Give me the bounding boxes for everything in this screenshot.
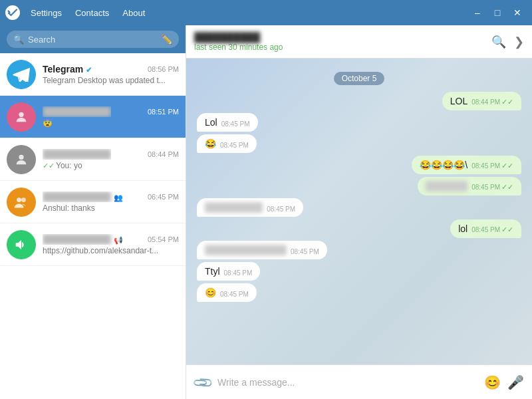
chat-preview: 😨 xyxy=(43,118,179,128)
avatar xyxy=(7,102,36,132)
chat-item-header: Telegram ✔ 08:56 PM xyxy=(43,64,179,74)
message-bubble: Ttyl 08:45 PM xyxy=(197,262,260,281)
avatar xyxy=(7,145,36,174)
svg-point-4 xyxy=(21,198,26,202)
chat-status: last seen 30 minutes ago xyxy=(194,43,491,52)
message-bubble: 😂😂😂😂\ 08:45 PM✓✓ xyxy=(412,156,521,174)
message-meta: 08:45 PM xyxy=(220,142,249,149)
edit-icon[interactable]: ✏️ xyxy=(161,34,172,45)
app-icon xyxy=(5,5,20,20)
more-icon[interactable]: ❯ xyxy=(514,35,524,49)
mic-icon[interactable]: 🎤 xyxy=(507,374,524,390)
menu-contacts[interactable]: Contacts xyxy=(70,5,114,21)
chat-preview: ✓✓You: yo xyxy=(43,161,179,170)
message-meta: 08:45 PM xyxy=(267,205,295,213)
chat-item-header: ██████████ 08:44 PM xyxy=(43,149,179,160)
message-row: Lol 08:45 PM xyxy=(197,113,521,132)
chat-info: ██████████ 👥 06:45 PM Anshul: thanks xyxy=(43,192,179,213)
avatar xyxy=(7,60,36,89)
message-row: 😂😂😂😂\ 08:45 PM✓✓ xyxy=(197,156,521,174)
message-meta: 08:44 PM✓✓ xyxy=(471,98,513,106)
chat-name: ██████████ xyxy=(43,106,111,117)
maximize-button[interactable]: □ xyxy=(488,3,507,22)
message-text: LOL xyxy=(450,96,467,106)
search-wrap: 🔍 ✏️ xyxy=(7,31,179,48)
menu-settings[interactable]: Settings xyxy=(25,5,67,21)
messages-area: October 5 LOL 08:44 PM✓✓ Lol 08:45 PM 😂 … xyxy=(186,59,532,364)
message-text: Lol xyxy=(205,117,217,128)
chat-info: ██████████ 08:44 PM ✓✓You: yo xyxy=(43,149,179,170)
message-bubble: ██████ 08:45 PM✓✓ xyxy=(418,177,521,196)
message-row: 😊 08:45 PM xyxy=(197,283,521,302)
message-text: Ttyl xyxy=(205,266,220,277)
message-row: ██████ 08:45 PM✓✓ xyxy=(197,177,521,196)
svg-point-1 xyxy=(19,112,23,116)
chat-preview: Telegram Desktop was updated t... xyxy=(43,76,179,85)
search-input[interactable] xyxy=(28,35,157,45)
message-bubble: 😊 08:45 PM xyxy=(197,283,257,302)
date-divider: October 5 xyxy=(197,72,521,84)
message-meta: 08:45 PM xyxy=(220,291,249,298)
chat-header-bar: ██████████ last seen 30 minutes ago 🔍 ❯ xyxy=(186,25,532,59)
message-row: 😂 08:45 PM xyxy=(197,134,521,153)
input-area: 📎 😊 🎤 xyxy=(186,364,532,399)
message-row: ████████████ 08:45 PM xyxy=(197,241,521,259)
message-row: LOL 08:44 PM✓✓ xyxy=(197,92,521,110)
chat-info: ██████████ 08:51 PM 😨 xyxy=(43,106,179,128)
message-text: 😂😂😂😂\ xyxy=(420,160,467,170)
attach-icon[interactable]: 📎 xyxy=(191,370,214,394)
window-controls: – □ ✕ xyxy=(468,3,527,22)
main-layout: 🔍 ✏️ Telegram ✔ 08:56 PM Telegram Deskto… xyxy=(0,25,532,399)
chat-name: Telegram ✔ xyxy=(43,64,92,74)
search-chat-icon[interactable]: 🔍 xyxy=(491,35,506,49)
chat-time: 08:51 PM xyxy=(148,108,179,116)
menu-about[interactable]: About xyxy=(117,5,150,21)
message-bubble: lol 08:45 PM✓✓ xyxy=(450,219,521,238)
message-meta: 08:45 PM✓✓ xyxy=(471,183,513,192)
minimize-button[interactable]: – xyxy=(468,3,487,22)
chat-time: 08:44 PM xyxy=(148,150,179,158)
message-meta: 08:45 PM xyxy=(291,248,319,255)
message-meta: 08:45 PM xyxy=(224,269,253,277)
chat-list-item-contact2[interactable]: ██████████ 08:44 PM ✓✓You: yo xyxy=(0,138,186,181)
sidebar: 🔍 ✏️ Telegram ✔ 08:56 PM Telegram Deskto… xyxy=(0,25,186,399)
chat-list-item-byld-thapar[interactable]: ██████████ 📢 05:54 PM https://github.com… xyxy=(0,223,186,266)
message-row: Ttyl 08:45 PM xyxy=(197,262,521,281)
chat-list-item-telegram[interactable]: Telegram ✔ 08:56 PM Telegram Desktop was… xyxy=(0,53,186,96)
message-meta: 08:45 PM✓✓ xyxy=(471,225,513,234)
message-bubble: Lol 08:45 PM xyxy=(197,113,258,132)
svg-point-3 xyxy=(17,198,21,202)
message-bubble: LOL 08:44 PM✓✓ xyxy=(442,92,521,110)
close-button[interactable]: ✕ xyxy=(508,3,527,22)
message-row: lol 08:45 PM✓✓ xyxy=(197,219,521,238)
chat-info: ██████████ 📢 05:54 PM https://github.com… xyxy=(43,234,179,255)
message-bubble: 😂 08:45 PM xyxy=(197,134,257,153)
chat-area: ██████████ last seen 30 minutes ago 🔍 ❯ … xyxy=(186,25,532,399)
message-text: ████ ████ xyxy=(205,202,263,213)
titlebar: Settings Contacts About – □ ✕ xyxy=(0,0,532,25)
chat-preview: Anshul: thanks xyxy=(43,203,179,213)
message-text: 😊 xyxy=(205,287,216,298)
svg-point-2 xyxy=(19,154,23,159)
message-bubble: ████ ████ 08:45 PM xyxy=(197,198,303,217)
chat-list-item-byld-discussion[interactable]: ██████████ 👥 06:45 PM Anshul: thanks xyxy=(0,181,186,223)
avatar xyxy=(7,188,36,217)
message-text: 😂 xyxy=(205,138,216,149)
chat-preview: https://github.com/aleksandar-t... xyxy=(43,246,179,255)
emoji-icon[interactable]: 😊 xyxy=(484,374,501,390)
chat-contact-name: ██████████ xyxy=(194,32,491,43)
avatar xyxy=(7,230,36,259)
message-text: ████████████ xyxy=(205,245,287,255)
chat-time: 05:54 PM xyxy=(148,235,179,243)
message-meta: 08:45 PM xyxy=(221,120,250,128)
chat-name: ██████████ xyxy=(43,149,111,160)
message-input[interactable] xyxy=(217,377,477,388)
chat-name: ██████████ 📢 xyxy=(43,234,123,245)
menu-bar: Settings Contacts About xyxy=(25,5,150,21)
message-row: ████ ████ 08:45 PM xyxy=(197,198,521,217)
search-icon: 🔍 xyxy=(13,35,24,45)
chat-header-actions: 🔍 ❯ xyxy=(491,35,524,49)
chat-list-item-contact1[interactable]: ██████████ 08:51 PM 😨 xyxy=(0,96,186,138)
chat-name: ██████████ 👥 xyxy=(43,192,123,202)
message-text: lol xyxy=(458,223,467,234)
